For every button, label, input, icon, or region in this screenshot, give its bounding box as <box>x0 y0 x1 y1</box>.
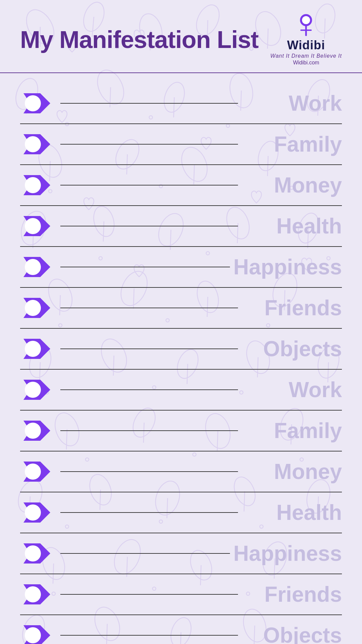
item-line <box>60 226 238 226</box>
item-row: Happiness <box>20 247 342 287</box>
list-item: Health <box>20 492 342 533</box>
item-line <box>60 430 238 431</box>
list-item: Objects <box>20 329 342 370</box>
item-category-label: Health <box>241 215 342 237</box>
list-item: Work <box>20 370 342 411</box>
logo-name: Widibi <box>287 38 325 52</box>
item-category-label: Objects <box>241 338 342 360</box>
item-line <box>60 512 238 513</box>
item-category-label: Objects <box>241 625 342 644</box>
list-item: Family <box>20 411 342 451</box>
checkbox-shape[interactable] <box>20 455 54 488</box>
item-category-label: Health <box>241 502 342 523</box>
header: My Manifestation List Widibi Want It Dre… <box>0 0 362 73</box>
logo-tagline: Want It Dream It Believe It <box>270 53 342 59</box>
checkbox-shape[interactable] <box>20 578 54 611</box>
item-line <box>60 471 238 472</box>
item-row: Objects <box>20 615 342 644</box>
svg-point-129 <box>25 177 41 193</box>
item-category-label: Money <box>241 461 342 482</box>
item-category-label: Happiness <box>233 256 342 278</box>
item-category-label: Family <box>241 420 342 441</box>
checkbox-shape[interactable] <box>20 414 54 447</box>
item-line <box>60 635 238 636</box>
item-row: Work <box>20 83 342 123</box>
svg-point-133 <box>25 259 41 275</box>
svg-point-131 <box>25 218 41 234</box>
checkbox-shape[interactable] <box>20 168 54 202</box>
item-row: Family <box>20 411 342 451</box>
checkbox-shape[interactable] <box>20 250 54 284</box>
item-category-label: Friends <box>241 584 342 605</box>
checkbox-shape[interactable] <box>20 619 54 644</box>
svg-point-121 <box>302 16 310 24</box>
item-category-label: Friends <box>241 297 342 319</box>
item-line <box>60 348 238 349</box>
svg-point-149 <box>25 586 41 602</box>
checkbox-shape[interactable] <box>20 496 54 529</box>
item-row: Friends <box>20 288 342 328</box>
checkbox-shape[interactable] <box>20 291 54 325</box>
item-row: Family <box>20 124 342 164</box>
item-line <box>60 594 238 595</box>
list-item: Family <box>20 124 342 165</box>
item-line <box>60 308 238 308</box>
item-row: Health <box>20 492 342 533</box>
item-row: Health <box>20 206 342 246</box>
item-line <box>60 553 230 554</box>
list-item: Friends <box>20 288 342 329</box>
svg-point-151 <box>25 627 41 643</box>
svg-point-137 <box>25 341 41 357</box>
item-row: Money <box>20 165 342 205</box>
logo-icon <box>294 13 318 37</box>
svg-point-127 <box>25 136 41 152</box>
manifestation-list: Work Family <box>0 73 362 644</box>
list-container: Work Family <box>20 83 342 644</box>
svg-point-143 <box>25 464 41 480</box>
item-row: Money <box>20 451 342 492</box>
list-item: Happiness <box>20 247 342 288</box>
list-item: Work <box>20 83 342 124</box>
svg-point-125 <box>25 95 41 111</box>
item-line <box>60 185 238 185</box>
svg-point-145 <box>25 504 41 521</box>
checkbox-shape[interactable] <box>20 127 54 161</box>
logo-area: Widibi Want It Dream It Believe It Widib… <box>270 13 342 66</box>
list-item: Friends <box>20 574 342 615</box>
checkbox-shape[interactable] <box>20 332 54 366</box>
svg-point-139 <box>25 382 41 398</box>
svg-point-141 <box>25 423 41 439</box>
item-category-label: Work <box>241 93 342 114</box>
list-item: Objects <box>20 615 342 644</box>
item-line <box>60 103 238 104</box>
list-item: Money <box>20 451 342 492</box>
item-row: Happiness <box>20 533 342 574</box>
checkbox-shape[interactable] <box>20 537 54 570</box>
logo-url: Widibi.com <box>293 60 319 66</box>
item-category-label: Happiness <box>233 543 342 564</box>
item-category-label: Work <box>241 379 342 400</box>
checkbox-shape[interactable] <box>20 87 54 120</box>
svg-point-135 <box>25 300 41 316</box>
item-row: Work <box>20 370 342 410</box>
svg-point-147 <box>25 545 41 561</box>
item-category-label: Money <box>241 174 342 196</box>
checkbox-shape[interactable] <box>20 209 54 243</box>
list-item: Happiness <box>20 533 342 574</box>
list-item: Health <box>20 206 342 247</box>
item-line <box>60 144 238 145</box>
item-row: Friends <box>20 574 342 614</box>
checkbox-shape[interactable] <box>20 373 54 407</box>
item-row: Objects <box>20 329 342 369</box>
item-line <box>60 389 238 390</box>
item-category-label: Family <box>241 133 342 155</box>
item-line <box>60 267 230 267</box>
page-title: My Manifestation List <box>20 26 258 53</box>
list-item: Money <box>20 165 342 206</box>
